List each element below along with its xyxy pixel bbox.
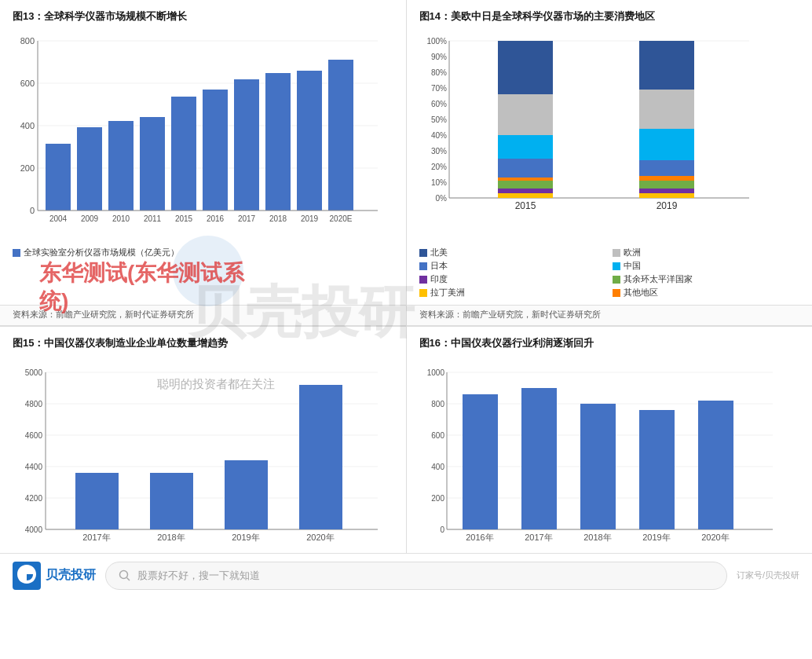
svg-text:800: 800	[20, 36, 35, 46]
svg-text:2017年: 2017年	[525, 533, 552, 542]
svg-rect-10	[46, 144, 71, 211]
svg-text:4000: 4000	[25, 525, 43, 534]
fig15-title: 图15：中国仪器仪表制造业企业单位数量增趋势	[13, 336, 393, 350]
svg-rect-28	[328, 60, 353, 211]
svg-rect-115	[580, 404, 616, 529]
svg-text:800: 800	[431, 400, 444, 408]
legend-beimei: 北美	[419, 247, 606, 258]
search-bar[interactable]: 股票好不好，搜一下就知道	[105, 562, 727, 590]
svg-rect-18	[171, 97, 196, 211]
svg-rect-113	[521, 388, 557, 529]
svg-rect-55	[498, 41, 553, 94]
svg-rect-63	[639, 90, 694, 129]
fig15-chart: 5000 4800 4600 4400 4200 4000	[13, 357, 393, 569]
fig13-title: 图13：全球科学仪器市场规模不断增长	[13, 9, 393, 24]
svg-text:200: 200	[431, 494, 444, 503]
fig16-panel: 图16：中国仪表仪器行业利润逐渐回升 1000 800 600 400 200 …	[407, 327, 813, 576]
svg-text:10%: 10%	[430, 178, 446, 187]
bottom-bar: 贝壳投研 股票好不好，搜一下就知道 订家号/贝壳投研	[0, 553, 812, 597]
svg-text:2015: 2015	[175, 214, 193, 223]
svg-rect-58	[639, 189, 694, 193]
fig14-panel: 图14：美欧中日是全球科学仪器市场的主要消费地区 100% 90% 80% 70…	[407, 0, 813, 305]
svg-rect-73	[613, 289, 620, 297]
svg-text:40%: 40%	[430, 131, 446, 140]
svg-rect-68	[419, 262, 427, 270]
legend-latin: 拉丁美洲	[419, 287, 606, 298]
svg-text:0: 0	[30, 206, 35, 215]
search-icon	[119, 569, 131, 582]
fig16-title: 图16：中国仪表仪器行业利润逐渐回升	[419, 336, 800, 350]
beike-brand-name: 贝壳投研	[46, 567, 96, 584]
svg-text:0: 0	[440, 525, 444, 534]
svg-text:600: 600	[431, 431, 444, 440]
svg-text:30%: 30%	[430, 147, 446, 156]
svg-rect-20	[203, 90, 228, 211]
source1-left: 资料来源：前瞻产业研究院，新时代证券研究所	[0, 306, 407, 326]
svg-rect-88	[75, 473, 119, 529]
svg-rect-49	[498, 189, 553, 193]
svg-text:5000: 5000	[25, 368, 43, 377]
svg-rect-72	[419, 289, 427, 297]
svg-rect-51	[498, 178, 553, 181]
svg-rect-117	[639, 410, 675, 529]
svg-rect-94	[299, 385, 342, 529]
svg-rect-119	[698, 401, 733, 529]
fig16-svg: 1000 800 600 400 200 0	[419, 357, 781, 553]
charts-top-row: 图13：全球科学仪器市场规模不断增长 800 600 400 200 0	[0, 0, 812, 306]
svg-rect-16	[140, 117, 165, 211]
svg-rect-61	[639, 160, 694, 176]
svg-text:2009: 2009	[81, 214, 99, 223]
svg-text:2011: 2011	[144, 214, 162, 223]
svg-text:60%: 60%	[430, 100, 446, 108]
fig13-chart: 800 600 400 200 0 2004	[13, 30, 393, 258]
svg-text:600: 600	[20, 79, 35, 88]
svg-text:1000: 1000	[426, 368, 444, 377]
svg-text:50%: 50%	[430, 115, 446, 124]
legend-yindu: 印度	[419, 273, 606, 285]
svg-rect-50	[498, 181, 553, 189]
svg-rect-66	[419, 249, 427, 257]
svg-text:4400: 4400	[25, 463, 43, 471]
svg-text:2015: 2015	[514, 200, 536, 211]
svg-text:80%: 80%	[430, 68, 446, 77]
svg-text:4600: 4600	[25, 431, 43, 440]
svg-text:2020年: 2020年	[701, 533, 729, 542]
svg-text:2017年: 2017年	[82, 533, 110, 542]
legend-riben: 日本	[419, 260, 606, 272]
svg-rect-48	[498, 193, 553, 198]
svg-rect-12	[77, 127, 102, 211]
svg-text:2020E: 2020E	[330, 214, 353, 223]
svg-text:70%: 70%	[430, 84, 446, 93]
beike-logo: 贝壳投研	[13, 562, 96, 590]
svg-rect-53	[498, 135, 553, 159]
beike-logo-icon	[13, 562, 41, 590]
svg-rect-52	[498, 159, 553, 178]
source1-right: 资料来源：前瞻产业研究院，新时代证券研究所	[407, 306, 813, 326]
svg-text:2016年: 2016年	[466, 533, 493, 542]
svg-text:4800: 4800	[25, 400, 43, 408]
fig14-legend: 北美 欧洲 日本 中国	[419, 247, 800, 298]
svg-rect-24	[265, 73, 291, 211]
svg-rect-67	[613, 249, 620, 257]
svg-text:2019: 2019	[301, 214, 319, 223]
legend-zhongguo: 中国	[613, 260, 799, 272]
svg-point-123	[120, 570, 128, 578]
svg-text:4200: 4200	[25, 494, 43, 503]
svg-rect-54	[498, 94, 553, 135]
svg-text:2017: 2017	[238, 214, 256, 223]
source-row-1: 资料来源：前瞻产业研究院，新时代证券研究所 资料来源：前瞻产业研究院，新时代证券…	[0, 306, 812, 327]
fig14-chart: 100% 90% 80% 70% 60% 50% 40% 30% 20% 10%…	[419, 30, 800, 298]
svg-text:2019年: 2019年	[642, 533, 670, 542]
svg-rect-90	[150, 473, 193, 529]
svg-text:0%: 0%	[435, 194, 447, 203]
svg-rect-64	[639, 41, 694, 90]
fig13-legend-item: 全球实验室分析仪器市场规模（亿美元）	[13, 247, 179, 258]
svg-text:2004: 2004	[49, 214, 68, 223]
fig14-title: 图14：美欧中日是全球科学仪器市场的主要消费地区	[419, 9, 800, 24]
svg-text:2018年: 2018年	[157, 533, 185, 542]
svg-rect-62	[639, 129, 694, 160]
svg-text:2019: 2019	[656, 200, 677, 211]
svg-rect-69	[613, 262, 620, 270]
fig13-svg: 800 600 400 200 0 2004	[13, 30, 382, 242]
fig16-chart: 1000 800 600 400 200 0	[419, 357, 800, 569]
